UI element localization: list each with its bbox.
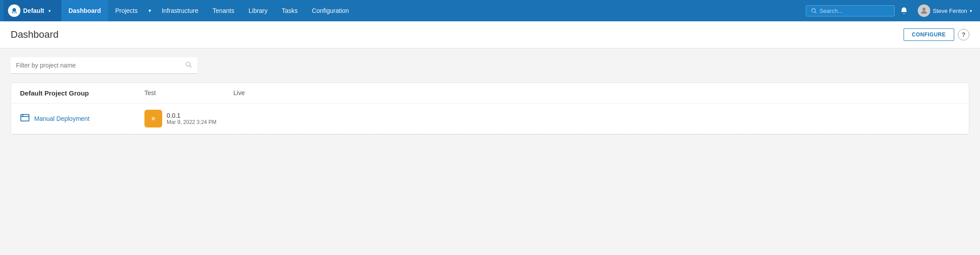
user-name: Steve Fenton [933, 8, 967, 14]
svg-point-4 [186, 62, 190, 66]
deployment-badge[interactable] [144, 110, 162, 128]
svg-point-11 [153, 118, 154, 120]
svg-line-2 [815, 12, 816, 13]
brand-chevron-icon: ▾ [48, 8, 51, 13]
col-test: Test [144, 89, 233, 97]
filter-search-icon [185, 61, 192, 70]
navbar: Default ▾ Dashboard Projects ▾ Infrastru… [0, 0, 980, 21]
nav-tasks[interactable]: Tasks [275, 0, 305, 21]
configure-button[interactable]: CONFIGURE [904, 28, 955, 41]
project-link[interactable]: Manual Deployment [34, 115, 90, 122]
deployment-cell-test: 0.0.1 Mar 9, 2022 3:24 PM [144, 110, 233, 128]
search-input[interactable] [820, 8, 882, 14]
nav-infrastructure[interactable]: Infrastructure [155, 0, 205, 21]
filter-bar [11, 57, 197, 74]
notifications-button[interactable] [895, 0, 913, 21]
page-header: Dashboard CONFIGURE ? [0, 21, 980, 48]
svg-line-5 [190, 66, 192, 68]
page: Dashboard CONFIGURE ? Default Project Gr… [0, 21, 980, 255]
project-name-cell: Manual Deployment [20, 113, 144, 125]
nav-library[interactable]: Library [241, 0, 275, 21]
search-bar [806, 5, 895, 16]
page-title: Dashboard [11, 29, 59, 40]
nav-tenants[interactable]: Tenants [205, 0, 241, 21]
deployment-version: 0.0.1 [167, 112, 216, 119]
brand-button[interactable]: Default ▾ [4, 0, 61, 21]
nav-projects[interactable]: Projects [108, 0, 145, 21]
svg-rect-6 [21, 114, 29, 121]
user-chevron-icon: ▾ [970, 8, 972, 13]
help-button[interactable]: ? [958, 29, 969, 40]
svg-point-0 [12, 8, 16, 12]
svg-point-1 [812, 8, 815, 12]
table-row: Manual Deployment 0.0.1 Mar 9, 2022 3:24… [11, 104, 969, 134]
brand-name: Default [23, 7, 44, 14]
main-content: Default Project Group Test Live Manual D… [0, 48, 980, 143]
deployment-info: 0.0.1 Mar 9, 2022 3:24 PM [167, 112, 216, 125]
project-group-card: Default Project Group Test Live Manual D… [11, 83, 969, 135]
nav-dashboard[interactable]: Dashboard [61, 0, 108, 21]
search-icon [811, 8, 817, 14]
deployment-date: Mar 9, 2022 3:24 PM [167, 119, 216, 125]
nav-configuration[interactable]: Configuration [305, 0, 356, 21]
projects-dropdown-icon[interactable]: ▾ [145, 0, 155, 21]
project-group-header: Default Project Group Test Live [11, 83, 969, 104]
project-group-name: Default Project Group [20, 89, 144, 97]
octopus-logo [8, 4, 20, 17]
svg-point-3 [922, 8, 925, 11]
col-live: Live [233, 89, 322, 97]
filter-input[interactable] [16, 62, 185, 69]
project-icon [20, 113, 30, 125]
header-actions: CONFIGURE ? [904, 28, 970, 41]
user-menu[interactable]: Steve Fenton ▾ [913, 0, 976, 21]
avatar [918, 4, 930, 17]
